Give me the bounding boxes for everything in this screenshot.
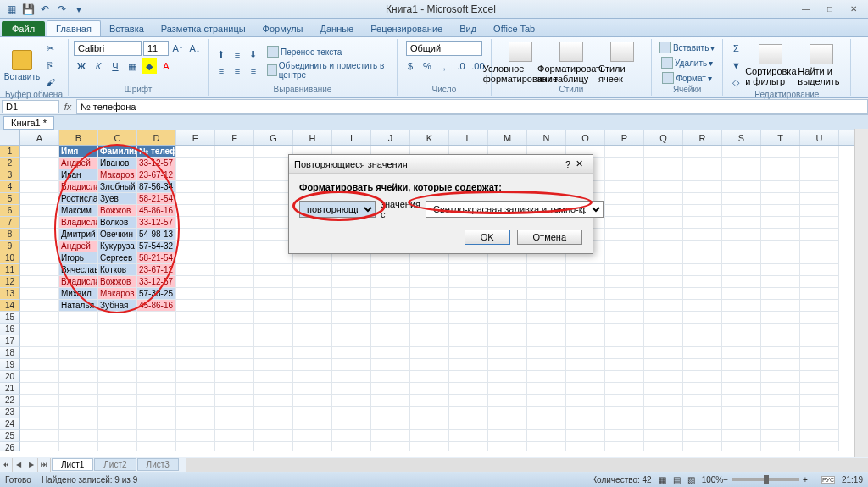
cell[interactable]: [722, 312, 761, 324]
cell[interactable]: [761, 371, 800, 383]
cell[interactable]: [449, 276, 488, 288]
column-header[interactable]: N: [527, 130, 566, 145]
bold-button[interactable]: Ж: [74, 58, 89, 74]
cell[interactable]: [800, 442, 839, 451]
cell[interactable]: [371, 418, 410, 430]
cell[interactable]: [722, 193, 761, 205]
insert-cells-button[interactable]: Вставить ▾: [657, 41, 717, 54]
cell[interactable]: [410, 252, 449, 264]
cell[interactable]: [605, 383, 644, 395]
cell[interactable]: [488, 418, 527, 430]
cell[interactable]: [410, 430, 449, 442]
row-header[interactable]: 14: [0, 300, 20, 312]
cell[interactable]: [59, 418, 98, 430]
cell[interactable]: [215, 371, 254, 383]
cell[interactable]: [254, 288, 293, 300]
cell[interactable]: [293, 312, 332, 324]
cell[interactable]: [800, 359, 839, 371]
sort-filter-button[interactable]: Сортировка и фильтр: [747, 44, 794, 86]
cell[interactable]: 23-67-12: [137, 169, 176, 181]
cell[interactable]: [332, 252, 371, 264]
cell[interactable]: [605, 264, 644, 276]
view-pagebreak-icon[interactable]: ▧: [687, 475, 695, 484]
cell[interactable]: [410, 347, 449, 359]
cell[interactable]: [332, 288, 371, 300]
cell[interactable]: [566, 347, 605, 359]
cell[interactable]: [722, 371, 761, 383]
cell[interactable]: [488, 288, 527, 300]
cell[interactable]: [449, 371, 488, 383]
fill-color-icon[interactable]: ◆: [142, 58, 157, 74]
cell[interactable]: Кукуруза: [98, 241, 137, 252]
zoom-out-icon[interactable]: −: [723, 475, 728, 484]
cell[interactable]: [137, 418, 176, 430]
cell[interactable]: [644, 288, 683, 300]
cell[interactable]: [722, 169, 761, 181]
cell[interactable]: [605, 407, 644, 418]
cell[interactable]: [761, 335, 800, 347]
cell[interactable]: [371, 347, 410, 359]
cell[interactable]: [254, 383, 293, 395]
row-header[interactable]: 22: [0, 395, 20, 407]
cell[interactable]: [176, 252, 215, 264]
cell[interactable]: [800, 288, 839, 300]
cell[interactable]: Иван: [59, 169, 98, 181]
cell[interactable]: № телефона: [137, 146, 176, 158]
increase-decimal-icon[interactable]: .0: [453, 58, 469, 74]
cell[interactable]: [761, 312, 800, 324]
select-all-corner[interactable]: [0, 130, 20, 145]
cell[interactable]: [683, 146, 722, 158]
align-top-icon[interactable]: ⬆: [214, 47, 229, 63]
cell[interactable]: [605, 359, 644, 371]
cell[interactable]: [605, 395, 644, 407]
cell[interactable]: [293, 288, 332, 300]
cell[interactable]: [137, 312, 176, 324]
cell[interactable]: Иванов: [98, 158, 137, 169]
cell[interactable]: [449, 395, 488, 407]
cell[interactable]: [293, 276, 332, 288]
minimize-icon[interactable]: —: [795, 2, 817, 17]
cell[interactable]: [332, 264, 371, 276]
vertical-scrollbar[interactable]: [854, 129, 868, 457]
cell[interactable]: Вожжов: [98, 276, 137, 288]
cell[interactable]: [800, 371, 839, 383]
row-header[interactable]: 9: [0, 241, 20, 252]
increase-font-icon[interactable]: A↑: [170, 41, 186, 56]
cell[interactable]: [332, 371, 371, 383]
cell[interactable]: [800, 395, 839, 407]
cell[interactable]: [176, 418, 215, 430]
cell[interactable]: [761, 442, 800, 451]
cell[interactable]: [215, 193, 254, 205]
tab-insert[interactable]: Вставка: [101, 21, 153, 36]
cell[interactable]: [215, 276, 254, 288]
tab-formulas[interactable]: Формулы: [254, 21, 312, 36]
cell[interactable]: [371, 407, 410, 418]
cell[interactable]: [293, 264, 332, 276]
cell[interactable]: [371, 395, 410, 407]
align-bottom-icon[interactable]: ⬇: [246, 47, 261, 63]
cell[interactable]: [761, 181, 800, 193]
cell[interactable]: Владислав: [59, 181, 98, 193]
cell[interactable]: [20, 252, 59, 264]
cell[interactable]: [644, 193, 683, 205]
cell[interactable]: [176, 407, 215, 418]
cell[interactable]: [449, 359, 488, 371]
cell[interactable]: [215, 442, 254, 451]
border-icon[interactable]: ▦: [125, 58, 140, 74]
cell[interactable]: [137, 442, 176, 451]
cell[interactable]: [605, 288, 644, 300]
cell[interactable]: [605, 193, 644, 205]
cell[interactable]: [215, 347, 254, 359]
cell[interactable]: [566, 276, 605, 288]
cell[interactable]: [293, 407, 332, 418]
cell[interactable]: [20, 217, 59, 229]
cell[interactable]: [449, 383, 488, 395]
cell[interactable]: [527, 442, 566, 451]
cell[interactable]: [644, 146, 683, 158]
cell[interactable]: [176, 347, 215, 359]
tab-page-layout[interactable]: Разметка страницы: [153, 21, 254, 36]
cell[interactable]: [605, 347, 644, 359]
cell[interactable]: [488, 407, 527, 418]
cell[interactable]: [800, 229, 839, 241]
cell[interactable]: [488, 252, 527, 264]
